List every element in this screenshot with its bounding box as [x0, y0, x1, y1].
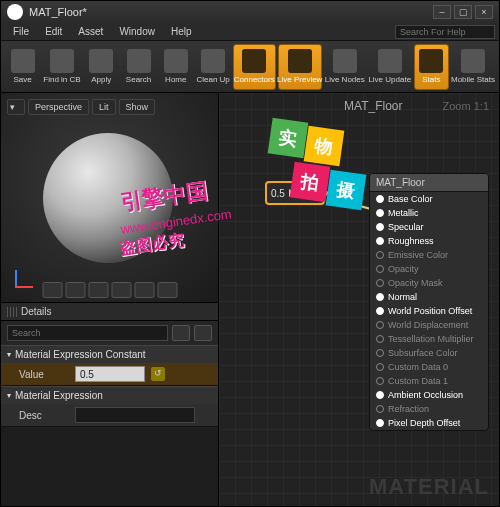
toolbar-clean-up-button[interactable]: Clean Up — [195, 44, 230, 90]
window-title: MAT_Floor* — [29, 6, 430, 18]
chevron-down-icon: ▾ — [7, 391, 11, 400]
section-material-expression[interactable]: ▾ Material Expression — [1, 387, 218, 404]
pin-dot-icon — [376, 419, 384, 427]
pin-dot-icon — [376, 293, 384, 301]
menubar: File Edit Asset Window Help — [1, 23, 499, 41]
pin-dot-icon — [376, 349, 384, 357]
pin-dot-icon — [376, 251, 384, 259]
pin-dot-icon — [376, 307, 384, 315]
toolbar-icon — [50, 49, 74, 73]
pin-custom-data-0[interactable]: Custom Data 0 — [370, 360, 488, 374]
axis-gizmo-icon — [9, 264, 39, 294]
desc-input[interactable] — [75, 407, 195, 423]
graph-title: MAT_Floor — [344, 99, 402, 113]
pin-tessellation-multiplier[interactable]: Tessellation Multiplier — [370, 332, 488, 346]
pin-dot-icon — [376, 335, 384, 343]
toolbar-icon — [164, 49, 188, 73]
toolbar-save-button[interactable]: Save — [5, 44, 40, 90]
pin-dot-icon — [376, 321, 384, 329]
toolbar-icon — [242, 49, 266, 73]
viewport-perspective-button[interactable]: Perspective — [28, 99, 89, 115]
menu-help[interactable]: Help — [163, 24, 200, 39]
node-header: MAT_Floor — [370, 174, 488, 192]
value-input[interactable] — [75, 366, 145, 382]
viewport-shape-button[interactable] — [42, 282, 62, 298]
menu-window[interactable]: Window — [111, 24, 163, 39]
toolbar-live-nodes-button[interactable]: Live Nodes — [324, 44, 366, 90]
property-value-row: Value ↺ — [1, 363, 218, 385]
viewport-shape-button[interactable] — [65, 282, 85, 298]
toolbar-icon — [89, 49, 113, 73]
pin-dot-icon — [376, 237, 384, 245]
pin-dot-icon — [376, 195, 384, 203]
viewport-shape-button[interactable] — [111, 282, 131, 298]
pin-specular[interactable]: Specular — [370, 220, 488, 234]
toolbar-search-button[interactable]: Search — [121, 44, 156, 90]
toolbar-live-preview-button[interactable]: Live Preview — [278, 44, 322, 90]
pin-world-position-offset[interactable]: World Position Offset — [370, 304, 488, 318]
pin-ambient-occlusion[interactable]: Ambient Occlusion — [370, 388, 488, 402]
details-panel-header[interactable]: Details — [1, 303, 218, 321]
ue-logo-icon — [7, 4, 23, 20]
pin-base-color[interactable]: Base Color — [370, 192, 488, 206]
pin-opacity-mask[interactable]: Opacity Mask — [370, 276, 488, 290]
pin-dot-icon — [376, 391, 384, 399]
property-desc-row: Desc — [1, 404, 218, 426]
toolbar: SaveFind in CBApplySearchHomeClean UpCon… — [1, 41, 499, 93]
preview-viewport[interactable]: ▾ Perspective Lit Show — [1, 93, 218, 303]
pin-pixel-depth-offset[interactable]: Pixel Depth Offset — [370, 416, 488, 430]
pin-world-displacement[interactable]: World Displacement — [370, 318, 488, 332]
toolbar-icon — [461, 49, 485, 73]
menu-file[interactable]: File — [5, 24, 37, 39]
viewport-shape-button[interactable] — [88, 282, 108, 298]
pin-opacity[interactable]: Opacity — [370, 262, 488, 276]
toolbar-home-button[interactable]: Home — [158, 44, 193, 90]
pin-dot-icon — [376, 405, 384, 413]
details-search-input[interactable] — [7, 325, 168, 341]
toolbar-icon — [11, 49, 35, 73]
material-graph[interactable]: MAT_Floor Zoom 1:1 0.5 MAT_Floor Base Co… — [219, 93, 499, 506]
menu-edit[interactable]: Edit — [37, 24, 70, 39]
pin-normal[interactable]: Normal — [370, 290, 488, 304]
maximize-button[interactable]: ▢ — [454, 5, 472, 19]
grip-icon — [7, 307, 17, 317]
toolbar-connectors-button[interactable]: Connectors — [233, 44, 276, 90]
viewport-shape-button[interactable] — [134, 282, 154, 298]
output-pin-icon[interactable] — [321, 189, 329, 197]
toolbar-live-update-button[interactable]: Live Update — [368, 44, 412, 90]
viewport-lit-button[interactable]: Lit — [92, 99, 116, 115]
pin-dot-icon — [376, 377, 384, 385]
section-material-expression-constant[interactable]: ▾ Material Expression Constant — [1, 346, 218, 363]
titlebar: MAT_Floor* – ▢ × — [1, 1, 499, 23]
pin-metallic[interactable]: Metallic — [370, 206, 488, 220]
preview-sphere — [43, 133, 173, 263]
minimize-button[interactable]: – — [433, 5, 451, 19]
pin-roughness[interactable]: Roughness — [370, 234, 488, 248]
toolbar-icon — [378, 49, 402, 73]
toolbar-mobile-stats-button[interactable]: Mobile Stats — [451, 44, 495, 90]
toolbar-find-in-cb-button[interactable]: Find in CB — [42, 44, 81, 90]
pin-dot-icon — [376, 223, 384, 231]
help-search-input[interactable] — [395, 25, 495, 39]
pin-dot-icon — [376, 279, 384, 287]
material-output-node[interactable]: MAT_Floor Base ColorMetallicSpecularRoug… — [369, 173, 489, 431]
close-button[interactable]: × — [475, 5, 493, 19]
pin-subsurface-color[interactable]: Subsurface Color — [370, 346, 488, 360]
toolbar-apply-button[interactable]: Apply — [84, 44, 119, 90]
pin-custom-data-1[interactable]: Custom Data 1 — [370, 374, 488, 388]
eye-icon[interactable] — [194, 325, 212, 341]
viewport-shape-button[interactable] — [157, 282, 177, 298]
pin-emissive-color[interactable]: Emissive Color — [370, 248, 488, 262]
chevron-down-icon[interactable] — [289, 189, 295, 197]
viewport-show-button[interactable]: Show — [119, 99, 156, 115]
reset-icon[interactable]: ↺ — [151, 367, 165, 381]
viewport-options-icon[interactable]: ▾ — [7, 99, 25, 115]
pin-refraction[interactable]: Refraction — [370, 402, 488, 416]
pin-dot-icon — [376, 363, 384, 371]
toolbar-stats-button[interactable]: Stats — [414, 44, 449, 90]
filter-icon[interactable] — [172, 325, 190, 341]
constant-node[interactable]: 0.5 — [265, 181, 325, 205]
pin-dot-icon — [376, 265, 384, 273]
menu-asset[interactable]: Asset — [70, 24, 111, 39]
toolbar-icon — [201, 49, 225, 73]
